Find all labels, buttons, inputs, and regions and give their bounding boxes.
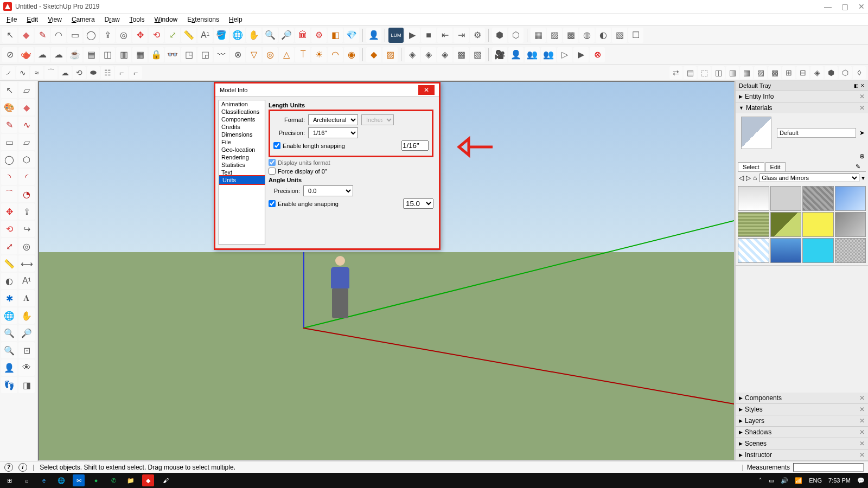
- pushpull-tool-icon[interactable]: ⇪: [100, 28, 115, 43]
- material-swatch-2[interactable]: [770, 186, 802, 211]
- tray-orbit-icon[interactable]: 🌐: [1, 307, 17, 324]
- tray-arc-icon[interactable]: ◝: [1, 169, 17, 185]
- sandbox-4-icon[interactable]: ◍: [579, 28, 595, 43]
- tb2-36-icon[interactable]: ⊗: [590, 47, 605, 62]
- nav-home-icon[interactable]: ⌂: [753, 174, 757, 182]
- tb3-33-icon[interactable]: ◊: [853, 66, 866, 79]
- scene-prev-icon[interactable]: ⇤: [437, 28, 452, 43]
- cat-animation[interactable]: Animation: [219, 100, 265, 108]
- language-indicator[interactable]: ENG: [809, 477, 822, 484]
- material-swatch-6[interactable]: [770, 212, 802, 237]
- tb2-09-icon[interactable]: ▦: [132, 47, 148, 62]
- tb2-14-icon[interactable]: 〰: [214, 47, 229, 62]
- tb2-19-icon[interactable]: ⟙: [295, 47, 310, 62]
- material-swatch-9[interactable]: [738, 238, 769, 263]
- tb2-02-icon[interactable]: 🫖: [18, 47, 34, 62]
- tray-walk-icon[interactable]: 👣: [1, 377, 17, 393]
- tb3-05-icon[interactable]: ☁: [59, 66, 72, 79]
- tray-lookaround-icon[interactable]: 👁: [18, 359, 35, 376]
- create-material-icon[interactable]: ⊕: [859, 152, 865, 160]
- tray-position-icon[interactable]: 👤: [1, 359, 17, 376]
- tb3-01-icon[interactable]: ⟋: [2, 66, 15, 79]
- pan-tool-icon[interactable]: ✋: [246, 28, 261, 43]
- cat-credits[interactable]: Credits: [219, 123, 265, 131]
- shadows-section[interactable]: ▶Shadows✕: [736, 427, 868, 438]
- tb3-24-icon[interactable]: ▥: [726, 66, 739, 79]
- measurements-input[interactable]: [793, 463, 864, 472]
- close-button[interactable]: ✕: [858, 2, 865, 11]
- tb3-28-icon[interactable]: ⊞: [782, 66, 795, 79]
- tb2-05-icon[interactable]: ☕: [67, 47, 82, 62]
- cat-file[interactable]: File: [219, 138, 265, 146]
- edge-icon[interactable]: e: [38, 474, 50, 486]
- notifications-icon[interactable]: 💬: [857, 477, 865, 484]
- move-tool-icon[interactable]: ✥: [132, 28, 148, 43]
- chrome-icon[interactable]: 🌐: [55, 474, 67, 486]
- tray-tape-icon[interactable]: 📏: [1, 255, 17, 272]
- tb3-25-icon[interactable]: ▦: [740, 66, 753, 79]
- nav-fwd-icon[interactable]: ▷: [746, 174, 751, 182]
- tb3-07-icon[interactable]: ⬬: [87, 66, 100, 79]
- sandbox-3-icon[interactable]: ▩: [563, 28, 578, 43]
- tray-prev-icon[interactable]: 🔍: [1, 342, 17, 358]
- cat-statistics[interactable]: Statistics: [219, 161, 265, 169]
- tb2-33-icon[interactable]: 👥: [541, 47, 556, 62]
- dialog-titlebar[interactable]: Model Info ✕: [215, 84, 439, 97]
- help-icon[interactable]: ?: [4, 463, 13, 472]
- cat-geolocation[interactable]: Geo-location: [219, 146, 265, 153]
- tb3-03-icon[interactable]: ≈: [30, 66, 43, 79]
- whatsapp-icon[interactable]: ✆: [107, 474, 119, 486]
- tray-line-icon[interactable]: ✎: [1, 117, 17, 133]
- settings-icon[interactable]: ⚙: [470, 28, 485, 43]
- tray-rotrect-icon[interactable]: ▱: [18, 134, 35, 150]
- menu-help[interactable]: Help: [225, 15, 247, 24]
- sandbox-1-icon[interactable]: ▦: [531, 28, 546, 43]
- styles-section[interactable]: ▶Styles✕: [736, 404, 868, 415]
- menu-draw[interactable]: Draw: [100, 15, 124, 24]
- maximize-button[interactable]: ▢: [841, 2, 848, 11]
- tb2-17-icon[interactable]: ◎: [263, 47, 278, 62]
- tray-header[interactable]: Default Tray ◧ ✕: [736, 81, 868, 91]
- material-send-icon[interactable]: ➤: [859, 129, 865, 137]
- category-list[interactable]: Animation Classifications Components Cre…: [219, 100, 265, 245]
- tray-section-icon[interactable]: ◨: [18, 377, 35, 393]
- tray-protractor-icon[interactable]: ◐: [1, 273, 17, 289]
- tb3-31-icon[interactable]: ⬢: [825, 66, 838, 79]
- volume-icon[interactable]: 🔊: [781, 477, 788, 484]
- force-zero-checkbox[interactable]: [269, 168, 276, 175]
- tray-paint-icon[interactable]: 🎨: [1, 99, 17, 115]
- tray-dimension-icon[interactable]: ⟷: [18, 255, 35, 272]
- display-units-checkbox[interactable]: [269, 159, 276, 166]
- user-icon[interactable]: 👤: [366, 28, 381, 43]
- rotate-tool-icon[interactable]: ⟲: [149, 28, 164, 43]
- components-section[interactable]: ▶Components✕: [736, 393, 868, 403]
- tray-text-icon[interactable]: A¹: [18, 273, 35, 289]
- tb2-10-icon[interactable]: 🔒: [149, 47, 164, 62]
- tray-3dtext-icon[interactable]: 𝐀: [18, 290, 35, 306]
- precision-select[interactable]: 1/16": [308, 127, 358, 138]
- tray-3ptarc-icon[interactable]: ⌒: [1, 186, 17, 202]
- sandbox-7-icon[interactable]: ☐: [628, 28, 643, 43]
- cat-rendering[interactable]: Rendering: [219, 153, 265, 161]
- tb2-21-icon[interactable]: ◠: [328, 47, 343, 62]
- material-swatch-4[interactable]: [835, 186, 866, 211]
- battery-icon[interactable]: ▭: [769, 477, 774, 484]
- tb2-01-icon[interactable]: ⊘: [2, 47, 17, 62]
- mail-icon[interactable]: ✉: [73, 474, 85, 486]
- cat-dimensions[interactable]: Dimensions: [219, 131, 265, 138]
- sandbox-5-icon[interactable]: ◐: [596, 28, 611, 43]
- tray-rect-icon[interactable]: ▭: [1, 134, 17, 150]
- text-tool-icon[interactable]: A¹: [197, 28, 213, 43]
- tb3-29-icon[interactable]: ⊟: [796, 66, 809, 79]
- menu-tools[interactable]: Tools: [125, 15, 149, 24]
- tb2-28-icon[interactable]: ▩: [454, 47, 469, 62]
- collection-menu-icon[interactable]: ▾: [861, 174, 865, 182]
- app-icon[interactable]: 🖌: [159, 474, 171, 486]
- tb2-03-icon[interactable]: ☁: [35, 47, 50, 62]
- tray-2ptarc-icon[interactable]: ◜: [18, 169, 35, 185]
- tb2-34-icon[interactable]: ▷: [557, 47, 572, 62]
- current-material-swatch[interactable]: [741, 117, 771, 149]
- tray-eraser-icon[interactable]: ◆: [18, 99, 35, 115]
- angle-snap-select[interactable]: 15.0: [403, 198, 433, 209]
- tray-circle-icon[interactable]: ◯: [1, 151, 17, 168]
